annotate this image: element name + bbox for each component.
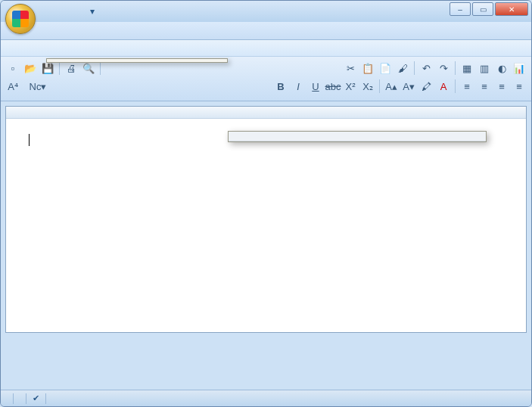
paste-icon[interactable]: 📄 [378,61,393,76]
qat-undo-icon[interactable] [55,5,69,18]
qat-redo-icon[interactable] [70,5,84,18]
copy-icon[interactable]: 📋 [360,61,375,76]
office-button[interactable] [5,4,36,34]
separator [45,393,46,404]
align-right-icon[interactable]: ≡ [494,79,509,94]
separator [100,61,101,75]
cut-icon[interactable]: ✂ [343,61,358,76]
subscript-button[interactable]: X₂ [360,79,375,94]
justify-icon[interactable]: ≡ [512,79,527,94]
open-icon[interactable]: 📂 [23,61,38,76]
font-name-icon[interactable]: Nc▾ [23,79,53,94]
highlight-icon[interactable]: 🖍 [418,79,434,94]
drawing-icon[interactable]: ◐ [494,61,509,76]
shrink-font-icon[interactable]: A▾ [401,79,416,94]
title-bar: ▾ – ▭ ✕ [1,1,531,22]
grow-font-icon[interactable]: A▴ [384,79,399,94]
columns-icon[interactable]: ▥ [477,61,492,76]
toolbar-group-label [308,95,384,98]
italic-button[interactable]: I [291,79,306,94]
qat-save-icon[interactable] [40,5,54,18]
save-icon[interactable]: 💾 [40,61,55,76]
status-proofing-icon[interactable]: ✔ [33,393,39,403]
align-left-icon[interactable]: ≡ [459,79,474,94]
separator [455,61,456,75]
font-color-icon[interactable]: A [436,79,451,94]
bold-button[interactable]: B [273,79,288,94]
submenu-header [229,132,486,141]
new-icon[interactable]: ▫ [5,61,20,76]
print-icon[interactable]: 🖨 [64,61,79,76]
minimize-button[interactable]: – [450,2,471,16]
classic-menu-bar [1,40,531,57]
maximize-button[interactable]: ▭ [472,2,493,16]
toolbar-area: ▫ 📂 💾 🖨 🔍 ✂ 📋 📄 🖌 ↶ ↷ ▦ ▥ ◐ 📊 A⁴ Nc▾ B I… [1,57,531,101]
separator [26,393,26,404]
preview-icon[interactable]: 🔍 [81,61,96,76]
separator [414,61,415,75]
save-as-submenu [228,131,487,142]
table-icon[interactable]: ▦ [459,61,474,76]
ribbon-tabs [1,22,531,40]
file-menu-dropdown [46,58,228,63]
quick-access-toolbar: ▾ [40,4,99,19]
undo-icon[interactable]: ↶ [418,61,434,76]
align-center-icon[interactable]: ≡ [477,79,492,94]
format-painter-icon[interactable]: 🖌 [395,61,410,76]
text-cursor [29,134,30,146]
strikethrough-button[interactable]: abc [325,79,341,94]
separator [455,79,456,93]
separator [13,393,14,404]
window-buttons: – ▭ ✕ [450,2,528,16]
toolbar-row-2: A⁴ Nc▾ B I U abc X² X₂ A▴ A▾ 🖍 A ≡ ≡ ≡ ≡ [5,77,527,95]
chart-icon[interactable]: 📊 [512,61,527,76]
separator [379,79,380,93]
separator [59,61,60,75]
underline-button[interactable]: U [308,79,323,94]
styles-icon[interactable]: A⁴ [5,79,20,94]
redo-icon[interactable]: ↷ [436,61,451,76]
status-bar: ✔ [1,390,531,406]
qat-customize-icon[interactable]: ▾ [86,5,99,18]
superscript-button[interactable]: X² [343,79,358,94]
close-button[interactable]: ✕ [495,2,528,16]
horizontal-ruler[interactable] [6,107,526,119]
